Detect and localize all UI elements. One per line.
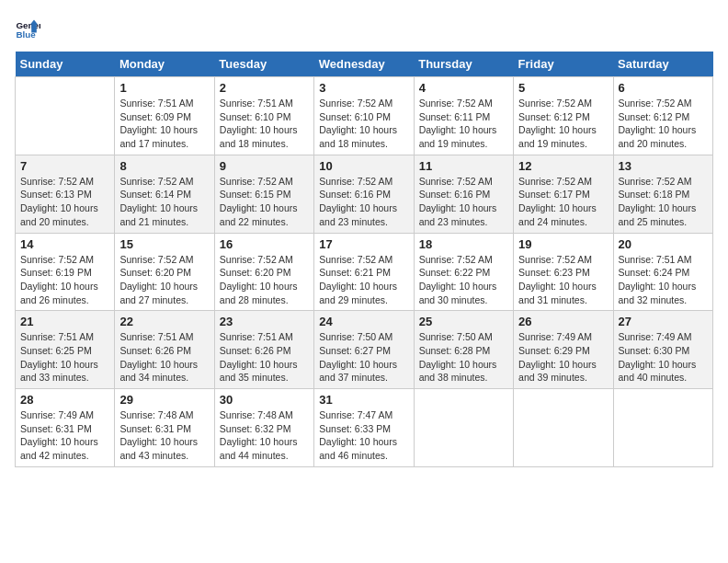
day-number: 23 xyxy=(220,315,309,328)
day-number: 19 xyxy=(518,237,608,251)
day-info: Sunrise: 7:52 AMSunset: 6:12 PMDaylight:… xyxy=(619,97,708,151)
day-info: Sunrise: 7:52 AMSunset: 6:21 PMDaylight:… xyxy=(319,253,408,307)
day-info: Sunrise: 7:50 AMSunset: 6:28 PMDaylight:… xyxy=(419,330,508,385)
day-number: 11 xyxy=(419,159,508,173)
day-number: 14 xyxy=(20,237,109,251)
column-header-thursday: Thursday xyxy=(414,52,513,77)
calendar-cell: 25Sunrise: 7:50 AMSunset: 6:28 PMDayligh… xyxy=(414,311,513,389)
calendar-cell: 28Sunrise: 7:49 AMSunset: 6:31 PMDayligh… xyxy=(16,389,115,467)
day-number: 13 xyxy=(619,159,708,173)
day-number: 18 xyxy=(419,237,508,251)
day-info: Sunrise: 7:52 AMSunset: 6:16 PMDaylight:… xyxy=(319,175,408,229)
day-number: 29 xyxy=(119,393,209,407)
day-info: Sunrise: 7:52 AMSunset: 6:13 PMDaylight:… xyxy=(20,175,109,229)
day-number: 4 xyxy=(419,81,508,95)
header-row: SundayMondayTuesdayWednesdayThursdayFrid… xyxy=(16,52,713,77)
day-info: Sunrise: 7:52 AMSunset: 6:20 PMDaylight:… xyxy=(119,253,209,307)
day-info: Sunrise: 7:49 AMSunset: 6:30 PMDaylight:… xyxy=(619,330,708,385)
calendar-cell: 16Sunrise: 7:52 AMSunset: 6:20 PMDayligh… xyxy=(214,233,313,311)
calendar-cell: 20Sunrise: 7:51 AMSunset: 6:24 PMDayligh… xyxy=(613,233,712,311)
day-info: Sunrise: 7:52 AMSunset: 6:11 PMDaylight:… xyxy=(419,97,508,151)
day-number: 17 xyxy=(319,237,408,251)
day-number: 27 xyxy=(619,315,708,328)
calendar-week-3: 14Sunrise: 7:52 AMSunset: 6:19 PMDayligh… xyxy=(16,233,713,311)
day-info: Sunrise: 7:51 AMSunset: 6:09 PMDaylight:… xyxy=(119,97,209,151)
day-number: 7 xyxy=(20,159,109,173)
calendar-cell: 11Sunrise: 7:52 AMSunset: 6:16 PMDayligh… xyxy=(414,155,513,233)
day-info: Sunrise: 7:52 AMSunset: 6:15 PMDaylight:… xyxy=(220,175,309,229)
day-info: Sunrise: 7:52 AMSunset: 6:14 PMDaylight:… xyxy=(119,175,209,229)
day-info: Sunrise: 7:52 AMSunset: 6:19 PMDaylight:… xyxy=(20,253,109,307)
calendar-cell: 3Sunrise: 7:52 AMSunset: 6:10 PMDaylight… xyxy=(314,77,414,155)
calendar-table: SundayMondayTuesdayWednesdayThursdayFrid… xyxy=(15,52,713,467)
day-number: 9 xyxy=(220,159,309,173)
day-info: Sunrise: 7:52 AMSunset: 6:20 PMDaylight:… xyxy=(220,253,309,307)
calendar-cell: 9Sunrise: 7:52 AMSunset: 6:15 PMDaylight… xyxy=(214,155,313,233)
calendar-cell: 18Sunrise: 7:52 AMSunset: 6:22 PMDayligh… xyxy=(414,233,513,311)
logo: General Blue xyxy=(15,15,44,40)
day-number: 26 xyxy=(518,315,608,328)
day-number: 1 xyxy=(119,81,209,95)
day-info: Sunrise: 7:51 AMSunset: 6:10 PMDaylight:… xyxy=(220,97,309,151)
calendar-cell xyxy=(16,77,115,155)
calendar-body: 1Sunrise: 7:51 AMSunset: 6:09 PMDaylight… xyxy=(16,77,713,467)
calendar-cell: 7Sunrise: 7:52 AMSunset: 6:13 PMDaylight… xyxy=(16,155,115,233)
calendar-cell: 10Sunrise: 7:52 AMSunset: 6:16 PMDayligh… xyxy=(314,155,414,233)
calendar-cell: 19Sunrise: 7:52 AMSunset: 6:23 PMDayligh… xyxy=(514,233,613,311)
calendar-cell: 5Sunrise: 7:52 AMSunset: 6:12 PMDaylight… xyxy=(514,77,613,155)
day-info: Sunrise: 7:47 AMSunset: 6:33 PMDaylight:… xyxy=(319,408,408,463)
calendar-cell: 21Sunrise: 7:51 AMSunset: 6:25 PMDayligh… xyxy=(16,311,115,389)
day-number: 2 xyxy=(220,81,309,95)
calendar-cell: 24Sunrise: 7:50 AMSunset: 6:27 PMDayligh… xyxy=(314,311,414,389)
day-number: 8 xyxy=(119,159,209,173)
day-info: Sunrise: 7:52 AMSunset: 6:12 PMDaylight:… xyxy=(518,97,608,151)
column-header-friday: Friday xyxy=(514,52,613,77)
calendar-cell: 4Sunrise: 7:52 AMSunset: 6:11 PMDaylight… xyxy=(414,77,513,155)
calendar-week-1: 1Sunrise: 7:51 AMSunset: 6:09 PMDaylight… xyxy=(16,77,713,155)
calendar-cell: 12Sunrise: 7:52 AMSunset: 6:17 PMDayligh… xyxy=(514,155,613,233)
day-number: 31 xyxy=(319,393,408,407)
day-number: 6 xyxy=(619,81,708,95)
day-info: Sunrise: 7:52 AMSunset: 6:16 PMDaylight:… xyxy=(419,175,508,229)
calendar-cell xyxy=(613,389,712,467)
calendar-cell: 29Sunrise: 7:48 AMSunset: 6:31 PMDayligh… xyxy=(115,389,214,467)
day-info: Sunrise: 7:51 AMSunset: 6:26 PMDaylight:… xyxy=(220,330,309,385)
day-number: 25 xyxy=(419,315,508,328)
calendar-cell: 2Sunrise: 7:51 AMSunset: 6:10 PMDaylight… xyxy=(214,77,313,155)
day-info: Sunrise: 7:49 AMSunset: 6:29 PMDaylight:… xyxy=(518,330,608,385)
day-info: Sunrise: 7:51 AMSunset: 6:25 PMDaylight:… xyxy=(20,330,109,385)
calendar-cell: 8Sunrise: 7:52 AMSunset: 6:14 PMDaylight… xyxy=(115,155,214,233)
column-header-sunday: Sunday xyxy=(16,52,115,77)
day-number: 30 xyxy=(220,393,309,407)
calendar-cell: 1Sunrise: 7:51 AMSunset: 6:09 PMDaylight… xyxy=(115,77,214,155)
day-number: 15 xyxy=(119,237,209,251)
calendar-cell: 26Sunrise: 7:49 AMSunset: 6:29 PMDayligh… xyxy=(514,311,613,389)
day-info: Sunrise: 7:48 AMSunset: 6:32 PMDaylight:… xyxy=(220,408,309,463)
page-header: General Blue xyxy=(15,15,713,40)
day-number: 22 xyxy=(119,315,209,328)
calendar-week-4: 21Sunrise: 7:51 AMSunset: 6:25 PMDayligh… xyxy=(16,311,713,389)
day-number: 21 xyxy=(20,315,109,328)
day-info: Sunrise: 7:52 AMSunset: 6:17 PMDaylight:… xyxy=(518,175,608,229)
day-number: 3 xyxy=(319,81,408,95)
logo-icon: General Blue xyxy=(15,15,40,40)
calendar-cell xyxy=(514,389,613,467)
column-header-saturday: Saturday xyxy=(613,52,712,77)
day-info: Sunrise: 7:52 AMSunset: 6:18 PMDaylight:… xyxy=(619,175,708,229)
calendar-cell: 30Sunrise: 7:48 AMSunset: 6:32 PMDayligh… xyxy=(214,389,313,467)
calendar-cell: 31Sunrise: 7:47 AMSunset: 6:33 PMDayligh… xyxy=(314,389,414,467)
calendar-cell: 27Sunrise: 7:49 AMSunset: 6:30 PMDayligh… xyxy=(613,311,712,389)
calendar-week-5: 28Sunrise: 7:49 AMSunset: 6:31 PMDayligh… xyxy=(16,389,713,467)
day-info: Sunrise: 7:52 AMSunset: 6:22 PMDaylight:… xyxy=(419,253,508,307)
calendar-cell: 14Sunrise: 7:52 AMSunset: 6:19 PMDayligh… xyxy=(16,233,115,311)
column-header-monday: Monday xyxy=(115,52,214,77)
column-header-tuesday: Tuesday xyxy=(214,52,313,77)
day-info: Sunrise: 7:49 AMSunset: 6:31 PMDaylight:… xyxy=(20,408,109,463)
calendar-header: SundayMondayTuesdayWednesdayThursdayFrid… xyxy=(16,52,713,77)
calendar-cell xyxy=(414,389,513,467)
day-info: Sunrise: 7:51 AMSunset: 6:26 PMDaylight:… xyxy=(119,330,209,385)
day-number: 5 xyxy=(518,81,608,95)
day-number: 20 xyxy=(619,237,708,251)
calendar-cell: 13Sunrise: 7:52 AMSunset: 6:18 PMDayligh… xyxy=(613,155,712,233)
day-info: Sunrise: 7:50 AMSunset: 6:27 PMDaylight:… xyxy=(319,330,408,385)
